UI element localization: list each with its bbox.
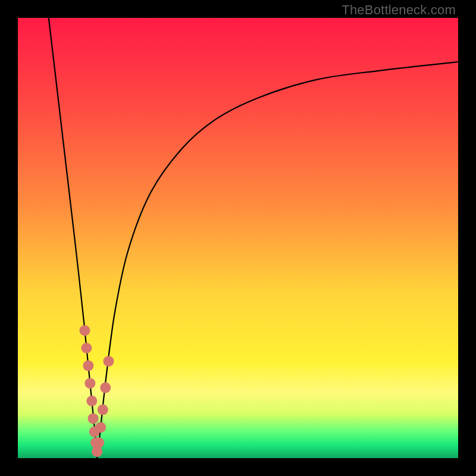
outer-frame: TheBottleneck.com: [0, 0, 476, 476]
marker-dot: [81, 343, 92, 353]
marker-dot: [83, 361, 93, 371]
marker-dot: [79, 325, 90, 336]
plot-area: [18, 18, 458, 458]
marker-dot: [100, 383, 111, 393]
marker-dot: [88, 413, 99, 424]
salmon-dots: [79, 325, 114, 457]
marker-dot: [86, 396, 97, 406]
marker-dot: [93, 437, 104, 448]
marker-dot: [95, 422, 106, 433]
marker-dot: [92, 446, 102, 457]
marker-dot: [98, 405, 108, 415]
watermark-text: TheBottleneck.com: [342, 2, 456, 18]
right-curve: [97, 62, 458, 458]
marker-dot: [84, 378, 95, 389]
marker-dot: [103, 356, 114, 367]
left-curve: [49, 18, 97, 458]
curves-layer: [18, 18, 458, 458]
